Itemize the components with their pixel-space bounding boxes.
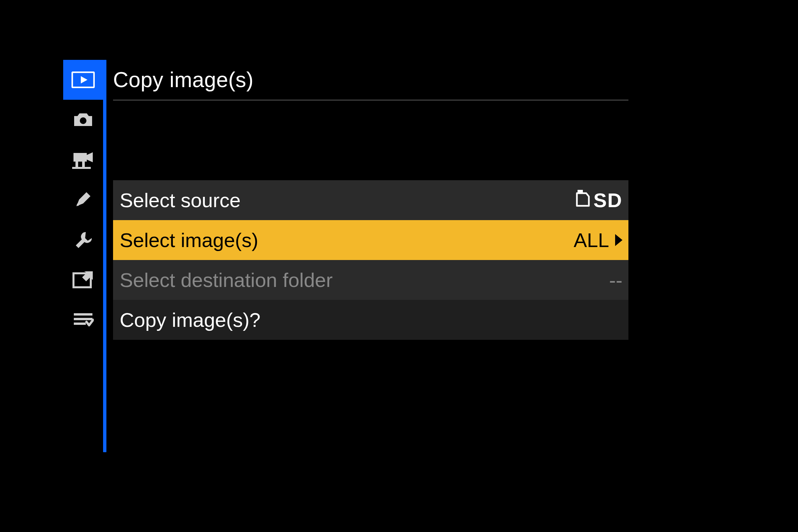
- row-copy-confirm[interactable]: Copy image(s)?: [113, 300, 628, 340]
- row-label: Select image(s): [120, 229, 258, 252]
- svg-rect-3: [74, 153, 87, 162]
- menu-header: Copy image(s): [113, 60, 628, 100]
- accent-bar: [103, 60, 107, 452]
- tab-playback[interactable]: [63, 60, 103, 100]
- tab-custom-settings[interactable]: [63, 179, 103, 220]
- video-camera-icon: [72, 150, 95, 169]
- side-tab-strip: [63, 60, 103, 452]
- wrench-icon: [73, 229, 93, 249]
- row-select-images[interactable]: Select image(s) ALL: [113, 220, 628, 260]
- row-select-destination: Select destination folder --: [113, 260, 628, 300]
- row-label: Select source: [120, 189, 241, 212]
- spacer: [113, 100, 628, 180]
- pencil-icon: [73, 190, 93, 209]
- tab-photo-shooting[interactable]: [63, 100, 103, 140]
- retouch-icon: [72, 270, 94, 289]
- tab-retouch[interactable]: [63, 259, 103, 299]
- page-title: Copy image(s): [113, 68, 254, 92]
- camera-menu-screen: Copy image(s) Select source SD Select im…: [63, 60, 628, 452]
- camera-icon: [72, 111, 95, 128]
- row-value: SD: [575, 189, 623, 212]
- row-select-source[interactable]: Select source SD: [113, 180, 628, 220]
- row-value: --: [609, 269, 623, 291]
- svg-rect-7: [72, 167, 91, 169]
- my-menu-icon: [73, 312, 94, 326]
- tab-setup[interactable]: [63, 220, 103, 259]
- svg-marker-15: [577, 190, 583, 192]
- svg-rect-14: [74, 323, 86, 325]
- tab-video-shooting[interactable]: [63, 140, 103, 179]
- playback-icon: [72, 72, 95, 88]
- svg-marker-4: [87, 152, 93, 162]
- svg-rect-12: [74, 313, 92, 316]
- row-value: ALL: [573, 229, 623, 252]
- svg-point-2: [80, 117, 87, 124]
- sd-card-icon: [575, 189, 590, 212]
- svg-rect-13: [74, 318, 92, 320]
- sd-label: SD: [593, 189, 623, 212]
- tab-my-menu[interactable]: [63, 299, 103, 339]
- chevron-right-icon: [615, 234, 623, 246]
- svg-marker-8: [76, 192, 91, 206]
- row-label: Select destination folder: [120, 269, 332, 291]
- menu-content: Copy image(s) Select source SD Select im…: [107, 60, 628, 452]
- row-label: Copy image(s)?: [120, 308, 261, 331]
- value-text: ALL: [573, 229, 609, 252]
- svg-marker-1: [81, 76, 88, 83]
